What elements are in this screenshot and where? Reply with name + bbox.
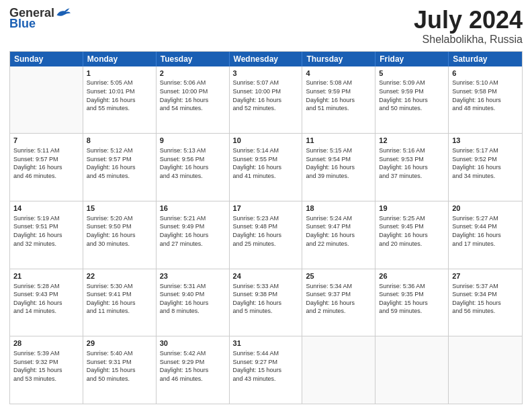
day-25: 25Sunrise: 5:34 AM Sunset: 9:37 PM Dayli… xyxy=(302,269,375,336)
empty-cell xyxy=(10,66,83,134)
calendar-week-1: 1Sunrise: 5:05 AM Sunset: 10:01 PM Dayli… xyxy=(10,66,522,134)
logo-bird-icon xyxy=(56,6,71,18)
calendar-week-5: 28Sunrise: 5:39 AM Sunset: 9:32 PM Dayli… xyxy=(10,336,522,404)
header: General Blue July 2024 Shelabolikha, Rus… xyxy=(9,7,523,46)
day-8: 8Sunrise: 5:12 AM Sunset: 9:57 PM Daylig… xyxy=(83,134,157,201)
day-info-19: Sunrise: 5:25 AM Sunset: 9:45 PM Dayligh… xyxy=(379,214,445,248)
day-info-14: Sunrise: 5:19 AM Sunset: 9:51 PM Dayligh… xyxy=(13,214,79,248)
day-27: 27Sunrise: 5:37 AM Sunset: 9:34 PM Dayli… xyxy=(449,269,522,336)
day-number-15: 15 xyxy=(87,203,152,214)
empty-cell xyxy=(449,336,522,404)
day-19: 19Sunrise: 5:25 AM Sunset: 9:45 PM Dayli… xyxy=(375,201,449,269)
day-info-17: Sunrise: 5:23 AM Sunset: 9:48 PM Dayligh… xyxy=(233,214,299,248)
day-number-31: 31 xyxy=(233,338,299,349)
day-info-16: Sunrise: 5:21 AM Sunset: 9:49 PM Dayligh… xyxy=(160,214,226,248)
calendar-week-2: 7Sunrise: 5:11 AM Sunset: 9:57 PM Daylig… xyxy=(10,134,522,201)
day-number-16: 16 xyxy=(160,203,226,214)
day-number-2: 2 xyxy=(160,68,226,79)
day-info-23: Sunrise: 5:31 AM Sunset: 9:40 PM Dayligh… xyxy=(160,282,226,316)
day-22: 22Sunrise: 5:30 AM Sunset: 9:41 PM Dayli… xyxy=(83,269,157,336)
day-info-1: Sunrise: 5:05 AM Sunset: 10:01 PM Daylig… xyxy=(87,79,152,112)
day-6: 6Sunrise: 5:10 AM Sunset: 9:58 PM Daylig… xyxy=(449,66,522,134)
weekday-sunday: Sunday xyxy=(10,52,83,66)
day-info-8: Sunrise: 5:12 AM Sunset: 9:57 PM Dayligh… xyxy=(87,146,152,180)
day-info-5: Sunrise: 5:09 AM Sunset: 9:59 PM Dayligh… xyxy=(379,79,445,112)
day-info-31: Sunrise: 5:44 AM Sunset: 9:27 PM Dayligh… xyxy=(233,349,299,383)
day-info-15: Sunrise: 5:20 AM Sunset: 9:50 PM Dayligh… xyxy=(87,214,152,248)
day-info-10: Sunrise: 5:14 AM Sunset: 9:55 PM Dayligh… xyxy=(233,146,299,180)
day-number-24: 24 xyxy=(233,271,299,281)
day-info-25: Sunrise: 5:34 AM Sunset: 9:37 PM Dayligh… xyxy=(306,282,371,316)
title-block: July 2024 Shelabolikha, Russia xyxy=(414,7,523,46)
day-16: 16Sunrise: 5:21 AM Sunset: 9:49 PM Dayli… xyxy=(157,201,230,269)
day-9: 9Sunrise: 5:13 AM Sunset: 9:56 PM Daylig… xyxy=(157,134,230,201)
day-21: 21Sunrise: 5:28 AM Sunset: 9:43 PM Dayli… xyxy=(10,269,83,336)
day-4: 4Sunrise: 5:08 AM Sunset: 9:59 PM Daylig… xyxy=(302,66,375,134)
day-info-13: Sunrise: 5:17 AM Sunset: 9:52 PM Dayligh… xyxy=(452,146,519,180)
day-2: 2Sunrise: 5:06 AM Sunset: 10:00 PM Dayli… xyxy=(157,66,230,134)
logo-blue: Blue xyxy=(9,17,36,31)
day-5: 5Sunrise: 5:09 AM Sunset: 9:59 PM Daylig… xyxy=(375,66,449,134)
calendar: Sunday Monday Tuesday Wednesday Thursday… xyxy=(9,51,523,404)
day-info-2: Sunrise: 5:06 AM Sunset: 10:00 PM Daylig… xyxy=(160,79,226,112)
month-title: July 2024 xyxy=(414,7,523,34)
empty-cell xyxy=(375,336,449,404)
logo: General Blue xyxy=(9,7,71,31)
day-number-5: 5 xyxy=(379,68,445,79)
day-11: 11Sunrise: 5:15 AM Sunset: 9:54 PM Dayli… xyxy=(302,134,375,201)
day-3: 3Sunrise: 5:07 AM Sunset: 10:00 PM Dayli… xyxy=(230,66,303,134)
day-10: 10Sunrise: 5:14 AM Sunset: 9:55 PM Dayli… xyxy=(230,134,303,201)
day-17: 17Sunrise: 5:23 AM Sunset: 9:48 PM Dayli… xyxy=(230,201,303,269)
day-number-18: 18 xyxy=(306,203,371,214)
weekday-friday: Friday xyxy=(375,52,449,66)
day-number-13: 13 xyxy=(452,136,519,146)
day-info-27: Sunrise: 5:37 AM Sunset: 9:34 PM Dayligh… xyxy=(452,282,519,316)
day-number-17: 17 xyxy=(233,203,299,214)
day-number-1: 1 xyxy=(87,68,152,79)
day-number-8: 8 xyxy=(87,136,152,146)
day-number-27: 27 xyxy=(452,271,519,281)
empty-cell xyxy=(302,336,375,404)
day-13: 13Sunrise: 5:17 AM Sunset: 9:52 PM Dayli… xyxy=(449,134,522,201)
day-number-25: 25 xyxy=(306,271,371,281)
day-12: 12Sunrise: 5:16 AM Sunset: 9:53 PM Dayli… xyxy=(375,134,449,201)
weekday-saturday: Saturday xyxy=(449,52,522,66)
day-info-4: Sunrise: 5:08 AM Sunset: 9:59 PM Dayligh… xyxy=(306,79,371,112)
day-number-11: 11 xyxy=(306,136,371,146)
day-number-9: 9 xyxy=(160,136,226,146)
day-number-30: 30 xyxy=(160,338,226,349)
day-14: 14Sunrise: 5:19 AM Sunset: 9:51 PM Dayli… xyxy=(10,201,83,269)
day-number-3: 3 xyxy=(233,68,299,79)
day-number-29: 29 xyxy=(87,338,152,349)
calendar-week-3: 14Sunrise: 5:19 AM Sunset: 9:51 PM Dayli… xyxy=(10,201,522,269)
day-info-29: Sunrise: 5:40 AM Sunset: 9:31 PM Dayligh… xyxy=(87,349,152,383)
day-number-21: 21 xyxy=(13,271,79,281)
day-number-28: 28 xyxy=(13,338,79,349)
weekday-tuesday: Tuesday xyxy=(157,52,230,66)
calendar-header: Sunday Monday Tuesday Wednesday Thursday… xyxy=(10,52,522,66)
day-info-18: Sunrise: 5:24 AM Sunset: 9:47 PM Dayligh… xyxy=(306,214,371,248)
page: General Blue July 2024 Shelabolikha, Rus… xyxy=(0,0,532,411)
day-number-22: 22 xyxy=(87,271,152,281)
day-info-26: Sunrise: 5:36 AM Sunset: 9:35 PM Dayligh… xyxy=(379,282,445,316)
day-20: 20Sunrise: 5:27 AM Sunset: 9:44 PM Dayli… xyxy=(449,201,522,269)
day-number-19: 19 xyxy=(379,203,445,214)
day-info-6: Sunrise: 5:10 AM Sunset: 9:58 PM Dayligh… xyxy=(452,79,519,112)
day-number-4: 4 xyxy=(306,68,371,79)
day-info-30: Sunrise: 5:42 AM Sunset: 9:29 PM Dayligh… xyxy=(160,349,226,383)
day-18: 18Sunrise: 5:24 AM Sunset: 9:47 PM Dayli… xyxy=(302,201,375,269)
day-info-20: Sunrise: 5:27 AM Sunset: 9:44 PM Dayligh… xyxy=(452,214,519,248)
day-number-23: 23 xyxy=(160,271,226,281)
day-24: 24Sunrise: 5:33 AM Sunset: 9:38 PM Dayli… xyxy=(230,269,303,336)
day-29: 29Sunrise: 5:40 AM Sunset: 9:31 PM Dayli… xyxy=(83,336,157,404)
weekday-monday: Monday xyxy=(83,52,157,66)
day-info-22: Sunrise: 5:30 AM Sunset: 9:41 PM Dayligh… xyxy=(87,282,152,316)
day-number-20: 20 xyxy=(452,203,519,214)
calendar-week-4: 21Sunrise: 5:28 AM Sunset: 9:43 PM Dayli… xyxy=(10,269,522,337)
day-30: 30Sunrise: 5:42 AM Sunset: 9:29 PM Dayli… xyxy=(157,336,230,404)
day-26: 26Sunrise: 5:36 AM Sunset: 9:35 PM Dayli… xyxy=(375,269,449,336)
calendar-body: 1Sunrise: 5:05 AM Sunset: 10:01 PM Dayli… xyxy=(10,66,522,404)
day-info-24: Sunrise: 5:33 AM Sunset: 9:38 PM Dayligh… xyxy=(233,282,299,316)
day-28: 28Sunrise: 5:39 AM Sunset: 9:32 PM Dayli… xyxy=(10,336,83,404)
day-31: 31Sunrise: 5:44 AM Sunset: 9:27 PM Dayli… xyxy=(230,336,303,404)
